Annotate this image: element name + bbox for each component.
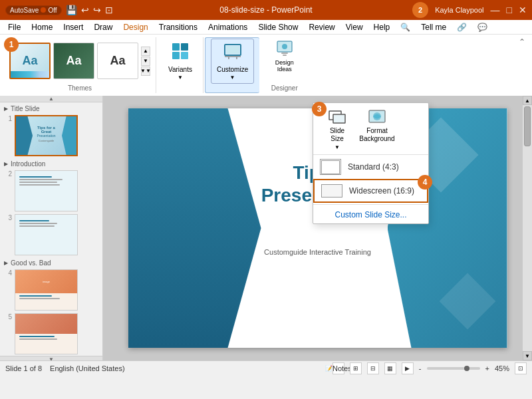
slide-size-chevron: ▼ bbox=[334, 144, 340, 150]
theme-dark[interactable]: Aa bbox=[53, 43, 94, 79]
restore-button[interactable]: □ bbox=[507, 5, 512, 15]
notes-label: Notes bbox=[332, 364, 352, 372]
slide-panel-scroll-up[interactable]: ▲ bbox=[0, 96, 102, 102]
svg-rect-11 bbox=[281, 53, 288, 54]
slide-sorter-button[interactable]: ⊟ bbox=[367, 362, 379, 374]
slide4-bg: image bbox=[15, 270, 77, 310]
slide-item-2[interactable]: 2 bbox=[0, 169, 102, 213]
standard-icon bbox=[320, 159, 341, 175]
custom-size-link[interactable]: Custom Slide Size... bbox=[313, 206, 428, 223]
format-bg-label: Format Background bbox=[359, 127, 394, 143]
main-content: ▲ Title Slide 1 Tips for a Great Present… bbox=[0, 96, 532, 360]
slide-sorter-icon: ⊟ bbox=[370, 365, 376, 372]
standard-label: Standard (4:3) bbox=[348, 162, 399, 172]
fit-slide-button[interactable]: ⊡ bbox=[515, 362, 527, 374]
slide-thumb-5[interactable] bbox=[15, 313, 78, 354]
menu-help[interactable]: Help bbox=[368, 21, 396, 33]
theme-plain[interactable]: Aa bbox=[97, 43, 138, 79]
menu-slideshow[interactable]: Slide Show bbox=[253, 21, 303, 33]
redo-icon[interactable]: ↪ bbox=[93, 5, 101, 15]
reading-view-button[interactable]: ▦ bbox=[384, 362, 396, 374]
menu-file[interactable]: File bbox=[3, 21, 26, 33]
slide-item-5[interactable]: 5 bbox=[0, 312, 102, 356]
design-ideas-button[interactable]: Design Ideas bbox=[266, 37, 303, 76]
status-right: 📝 Notes ⊞ ⊟ ▦ ▶ - + 45% ⊡ bbox=[332, 362, 527, 374]
format-bg-button[interactable]: Format Background bbox=[357, 107, 397, 153]
slide1-title: Tips for a Great bbox=[35, 119, 58, 134]
menu-tell-me[interactable]: Tell me bbox=[416, 21, 452, 33]
undo-icon[interactable]: ↩ bbox=[81, 5, 89, 15]
slide-thumb-2[interactable] bbox=[15, 170, 78, 211]
zoom-minus-icon[interactable]: - bbox=[419, 364, 422, 372]
menu-search-icon[interactable]: 🔍 bbox=[395, 21, 416, 33]
notes-button[interactable]: 📝 Notes bbox=[332, 362, 344, 374]
variants-button[interactable]: Variants ▼ bbox=[163, 39, 198, 83]
canvas-scrollbar: ▲ ▼ bbox=[523, 96, 532, 360]
dropdown-separator bbox=[313, 204, 428, 205]
user-name: Kayla Claypool bbox=[435, 6, 483, 14]
menu-transitions[interactable]: Transitions bbox=[154, 21, 203, 33]
title-bar-left: AutoSave Off 💾 ↩ ↪ ⊡ bbox=[5, 5, 113, 15]
designer-content: Design Ideas bbox=[266, 37, 303, 84]
svg-rect-3 bbox=[181, 52, 188, 59]
customize-button[interactable]: Customize ▼ bbox=[211, 39, 254, 84]
variants-content: Variants ▼ bbox=[163, 37, 198, 84]
slide-num-2: 2 bbox=[4, 170, 12, 178]
slide1-sub: Presentation bbox=[35, 134, 58, 138]
standard-size-option[interactable]: Standard (4:3) bbox=[313, 155, 428, 179]
svg-rect-2 bbox=[172, 52, 180, 59]
slideshow-button[interactable]: ▶ bbox=[402, 362, 414, 374]
window-title: 08-slide-size - PowerPoint bbox=[219, 5, 312, 15]
svg-rect-15 bbox=[334, 115, 344, 122]
slide5-lines bbox=[15, 334, 77, 343]
slide3-bg bbox=[15, 215, 77, 255]
slide-item-3[interactable]: 3 bbox=[0, 213, 102, 257]
widescreen-size-option[interactable]: 4 Widescreen (16:9) bbox=[313, 179, 428, 203]
themes-scroll-up[interactable]: ▲ bbox=[141, 47, 150, 56]
slide-thumb-1[interactable]: Tips for a Great Presentation Customguid… bbox=[15, 115, 78, 156]
canvas-scroll-thumb[interactable] bbox=[524, 106, 531, 146]
slide1-bg: Tips for a Great Presentation Customguid… bbox=[16, 116, 76, 155]
zoom-slider[interactable] bbox=[427, 367, 480, 370]
autosave-indicator bbox=[41, 7, 46, 13]
slide-thumb-4[interactable]: image bbox=[15, 269, 78, 311]
slide-item-1[interactable]: 1 Tips for a Great Presentation Customgu… bbox=[0, 114, 102, 158]
canvas-scroll-down[interactable]: ▼ bbox=[523, 351, 532, 360]
slide-num-1: 1 bbox=[4, 115, 12, 122]
ribbon-collapse-button[interactable]: ⌃ bbox=[519, 37, 528, 47]
slide-size-container: 3 Slide Size ▼ bbox=[317, 107, 357, 153]
themes-section: 1 Aa Aa Aa ▲ ▼ ▼▼ bbox=[4, 37, 156, 93]
slide-bg-left bbox=[128, 108, 261, 348]
themes-scroll-down[interactable]: ▼ bbox=[141, 57, 150, 66]
themes-scroll-more[interactable]: ▼▼ bbox=[141, 66, 150, 76]
menu-view[interactable]: View bbox=[340, 21, 368, 33]
title-bar: AutoSave Off 💾 ↩ ↪ ⊡ 08-slide-size - Pow… bbox=[0, 0, 532, 20]
menu-design[interactable]: Design bbox=[118, 21, 153, 33]
normal-view-button[interactable]: ⊞ bbox=[350, 362, 362, 374]
variants-section: Variants ▼ . bbox=[158, 37, 203, 93]
user-account[interactable]: 2 bbox=[412, 2, 428, 18]
minimize-button[interactable]: — bbox=[491, 5, 500, 15]
autosave-button[interactable]: AutoSave Off bbox=[5, 5, 62, 15]
menu-animations[interactable]: Animations bbox=[203, 21, 253, 33]
zoom-plus-icon[interactable]: + bbox=[485, 364, 489, 372]
slide-panel-scroll-down[interactable]: ▼ bbox=[0, 356, 102, 360]
slide-thumb-3[interactable] bbox=[15, 214, 78, 255]
notes-icon: 📝 bbox=[325, 365, 332, 372]
customize-qat-icon[interactable]: ⊡ bbox=[105, 5, 113, 15]
menu-draw[interactable]: Draw bbox=[88, 21, 118, 33]
menu-home[interactable]: Home bbox=[26, 21, 58, 33]
widescreen-icon bbox=[321, 184, 342, 198]
menu-insert[interactable]: Insert bbox=[58, 21, 88, 33]
canvas-scroll-up[interactable]: ▲ bbox=[523, 96, 532, 105]
design-ideas-label: Design Ideas bbox=[271, 60, 297, 73]
designer-label: Designer bbox=[271, 84, 298, 93]
save-icon[interactable]: 💾 bbox=[66, 5, 77, 15]
slide-item-4[interactable]: 4 image bbox=[0, 268, 102, 312]
theme1-container[interactable]: 1 Aa bbox=[9, 43, 51, 79]
menu-share[interactable]: 🔗 bbox=[452, 21, 472, 33]
normal-view-icon: ⊞ bbox=[353, 365, 358, 372]
menu-review[interactable]: Review bbox=[303, 21, 340, 33]
menu-comments[interactable]: 💬 bbox=[472, 21, 493, 33]
close-button[interactable]: ✕ bbox=[519, 5, 527, 15]
